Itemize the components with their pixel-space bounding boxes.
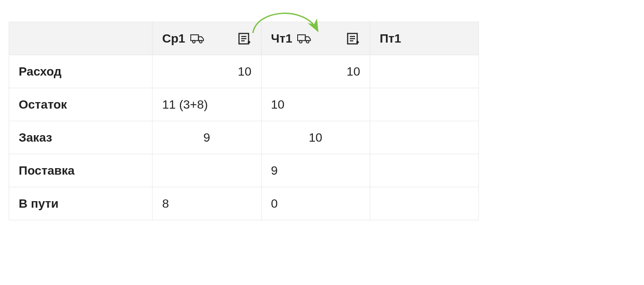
- cell-order-col3: [370, 121, 478, 154]
- row-order-label: Заказ: [9, 121, 153, 154]
- cell-balance-col3: [370, 88, 478, 121]
- svg-point-2: [199, 40, 202, 43]
- row-balance: Остаток 11 (3+8) 10: [9, 88, 479, 121]
- planning-table: Ср1: [9, 22, 479, 220]
- header-col3: Пт1: [370, 22, 478, 55]
- header-col2: Чт1: [261, 22, 370, 55]
- cell-balance-col1: 11 (3+8): [153, 88, 261, 121]
- cell-in-transit-col2: 0: [261, 187, 370, 220]
- svg-point-10: [300, 40, 302, 43]
- header-col2-label: Чт1: [271, 31, 292, 46]
- header-col1: Ср1: [153, 22, 261, 55]
- header-blank: [9, 22, 153, 55]
- header-col1-label: Ср1: [162, 31, 185, 46]
- cell-order-col1: 9: [153, 121, 261, 154]
- truck-icon: [297, 33, 311, 45]
- svg-point-11: [307, 40, 309, 43]
- row-in-transit-label: В пути: [9, 187, 153, 220]
- cell-delivery-col1: [153, 154, 261, 187]
- cell-in-transit-col1: 8: [153, 187, 261, 220]
- cell-order-col2: 10: [261, 121, 370, 154]
- cell-delivery-col3: [370, 154, 478, 187]
- document-plus-icon: [238, 33, 252, 45]
- cell-consumption-col1: 10: [153, 55, 261, 88]
- cell-delivery-col2: 9: [261, 154, 370, 187]
- svg-rect-9: [298, 35, 305, 40]
- svg-rect-0: [191, 35, 199, 40]
- cell-consumption-col2: 10: [261, 55, 370, 88]
- truck-icon: [190, 33, 204, 45]
- row-consumption-label: Расход: [9, 55, 153, 88]
- header-col3-label: Пт1: [380, 32, 401, 45]
- row-delivery: Поставка 9: [9, 154, 479, 187]
- cell-consumption-col3: [370, 55, 478, 88]
- row-order: Заказ 9 10: [9, 121, 479, 154]
- document-plus-icon: [346, 33, 360, 45]
- svg-point-1: [193, 40, 195, 43]
- row-delivery-label: Поставка: [9, 154, 153, 187]
- table-header-row: Ср1: [9, 22, 479, 55]
- cell-balance-col2: 10: [261, 88, 370, 121]
- planning-table-wrapper: Ср1: [9, 22, 479, 220]
- row-balance-label: Остаток: [9, 88, 153, 121]
- cell-in-transit-col3: [370, 187, 478, 220]
- row-in-transit: В пути 8 0: [9, 187, 479, 220]
- row-consumption: Расход 10 10: [9, 55, 479, 88]
